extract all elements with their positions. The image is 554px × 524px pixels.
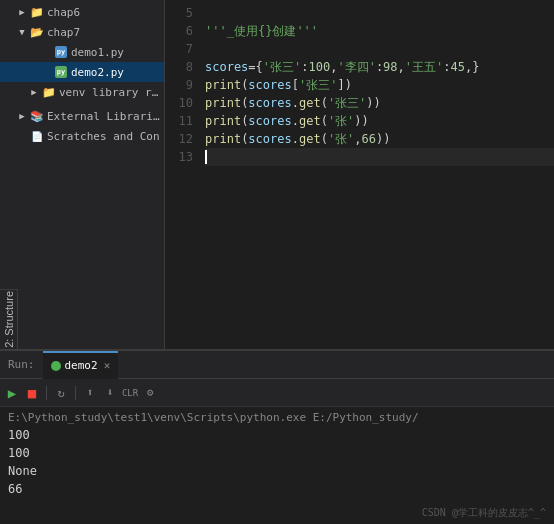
sidebar-item-external-libs[interactable]: ▶ 📚 External Libraries (0, 106, 164, 126)
code-line-9: print(scores['张三']) (205, 76, 554, 94)
sidebar-item-label: chap7 (47, 26, 80, 39)
file-tree: ▶ 📁 chap6 ▼ 📂 chap7 py demo1.py py demo2… (0, 0, 165, 349)
code-line-5 (205, 4, 554, 22)
folder-icon: 📁 (30, 5, 44, 19)
sidebar-item-label: demo1.py (71, 46, 124, 59)
lib-icon: 📚 (30, 109, 44, 123)
sidebar-item-label: venv library ro... (59, 86, 160, 99)
tab-status-dot (51, 361, 61, 371)
output-line-4: 66 (8, 480, 546, 498)
clear-button[interactable]: CLR (122, 385, 138, 401)
sidebar-item-demo2[interactable]: py demo2.py (0, 62, 164, 82)
code-line-13 (205, 148, 554, 166)
tab-close-button[interactable]: ✕ (104, 359, 111, 372)
py-file-icon-active: py (54, 65, 68, 79)
tree-arrow: ▶ (16, 6, 28, 18)
sidebar-item-scratches[interactable]: 📄 Scratches and Con (0, 126, 164, 146)
run-tab-demo2[interactable]: demo2 ✕ (43, 351, 119, 379)
tree-arrow: ▶ (16, 110, 28, 122)
scroll-down-button[interactable]: ⬇ (102, 385, 118, 401)
code-view: 5 6 7 8 9 10 11 12 13 '''_使用{}创建''' scor… (165, 0, 554, 349)
run-tab-bar: Run: demo2 ✕ (0, 351, 554, 379)
code-line-10: print(scores.get('张三')) (205, 94, 554, 112)
sidebar-item-venv[interactable]: ▶ 📁 venv library ro... (0, 82, 164, 102)
run-panel: Run: demo2 ✕ ▶ ■ ↻ ⬆ ⬇ CLR ⚙ E:\Python_s… (0, 349, 554, 524)
py-file-icon: py (54, 45, 68, 59)
sidebar-item-label: External Libraries (47, 110, 160, 123)
structure-tab[interactable]: 2: Structure (0, 289, 18, 349)
watermark: CSDN @学工科的皮皮志^_^ (422, 506, 546, 520)
code-line-6: '''_使用{}创建''' (205, 22, 554, 40)
rerun-button[interactable]: ↻ (53, 385, 69, 401)
code-line-12: print(scores.get('张',66)) (205, 130, 554, 148)
run-play-button[interactable]: ▶ (4, 385, 20, 401)
scratch-icon: 📄 (30, 129, 44, 143)
run-controls-bar: ▶ ■ ↻ ⬆ ⬇ CLR ⚙ (0, 379, 554, 407)
controls-separator-2 (75, 386, 76, 400)
sidebar-item-chap6[interactable]: ▶ 📁 chap6 (0, 2, 164, 22)
tree-arrow: ▼ (16, 26, 28, 38)
code-line-8: scores={'张三':100,'李四':98,'王五':45,} (205, 58, 554, 76)
controls-separator (46, 386, 47, 400)
run-stop-button[interactable]: ■ (24, 385, 40, 401)
sidebar-item-label: chap6 (47, 6, 80, 19)
sidebar-item-chap7[interactable]: ▼ 📂 chap7 (0, 22, 164, 42)
structure-label-text: 2: Structure (3, 291, 15, 348)
output-line-2: 100 (8, 444, 546, 462)
sidebar-item-label: demo2.py (71, 66, 124, 79)
code-editor: 5 6 7 8 9 10 11 12 13 '''_使用{}创建''' scor… (165, 0, 554, 349)
output-line-1: 100 (8, 426, 546, 444)
settings-button[interactable]: ⚙ (142, 385, 158, 401)
folder-icon: 📂 (30, 25, 44, 39)
sidebar-item-label: Scratches and Con (47, 130, 160, 143)
tab-name: demo2 (65, 359, 98, 372)
line-numbers: 5 6 7 8 9 10 11 12 13 (165, 2, 201, 347)
command-line: E:\Python_study\test1\venv\Scripts\pytho… (8, 411, 546, 424)
run-label: Run: (8, 358, 35, 371)
scroll-up-button[interactable]: ⬆ (82, 385, 98, 401)
code-line-11: print(scores.get('张')) (205, 112, 554, 130)
sidebar-item-demo1[interactable]: py demo1.py (0, 42, 164, 62)
folder-icon: 📁 (42, 85, 56, 99)
tree-arrow: ▶ (28, 86, 40, 98)
code-lines[interactable]: '''_使用{}创建''' scores={'张三':100,'李四':98,'… (201, 2, 554, 347)
output-line-3: None (8, 462, 546, 480)
code-line-7 (205, 40, 554, 58)
